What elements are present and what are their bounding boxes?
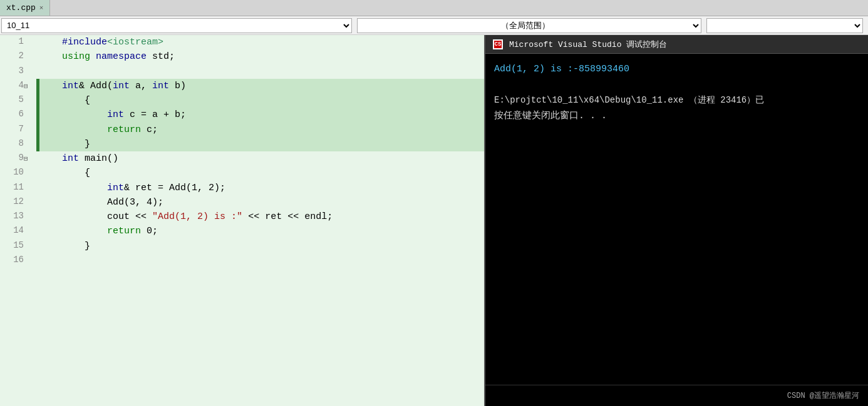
gutter-cell xyxy=(24,123,36,137)
gutter-cell xyxy=(24,195,36,210)
gutter-cell: ⊟ xyxy=(24,79,36,93)
code-content: } xyxy=(39,239,484,253)
code-content: } xyxy=(39,137,484,151)
code-editor[interactable]: 1 #include<iostream>2 using namespace st… xyxy=(0,35,485,406)
tab-bar: xt.cpp × xyxy=(0,0,868,16)
code-content xyxy=(39,253,484,268)
scope-dropdown-right[interactable] xyxy=(706,18,863,33)
gutter-cell: ⊟ xyxy=(24,151,36,166)
line-number: 12 xyxy=(0,195,24,210)
line-number: 1 xyxy=(0,35,24,49)
gutter-cell xyxy=(24,49,36,64)
tab-close-icon[interactable]: × xyxy=(39,4,44,12)
main-area: 1 #include<iostream>2 using namespace st… xyxy=(0,35,868,406)
scope-dropdown-left[interactable]: 10_11 xyxy=(1,18,352,33)
line-number: 8 xyxy=(0,137,24,151)
code-content xyxy=(39,64,484,79)
console-panel: CS Microsoft Visual Studio 调试控制台 Add(1, … xyxy=(485,35,868,406)
gutter-cell xyxy=(24,239,36,253)
gutter-cell xyxy=(24,35,36,49)
console-title: Microsoft Visual Studio 调试控制台 xyxy=(509,39,667,50)
code-content: int& ret = Add(1, 2); xyxy=(39,181,484,195)
code-content: Add(3, 4); xyxy=(39,195,484,210)
console-footer: CSDN @遥望浩瀚星河 xyxy=(485,385,868,406)
line-number: 10 xyxy=(0,166,24,180)
line-number: 13 xyxy=(0,210,24,224)
gutter-cell xyxy=(24,137,36,151)
gutter-cell xyxy=(24,166,36,180)
code-content: return 0; xyxy=(39,224,484,238)
code-content: #include<iostream> xyxy=(39,35,484,49)
tab-label: xt.cpp xyxy=(6,3,36,13)
gutter-cell xyxy=(24,181,36,195)
collapse-button[interactable]: ⊟ xyxy=(24,83,28,90)
console-output: Add(1, 2) is :-858993460 E:\projtct\10_1… xyxy=(485,54,868,385)
line-number: 4 xyxy=(0,79,24,93)
line-number: 5 xyxy=(0,93,24,108)
code-content: int& Add(int a, int b) xyxy=(39,79,484,93)
console-line: 按任意键关闭此窗口. . . xyxy=(494,108,859,124)
collapse-button[interactable]: ⊟ xyxy=(24,155,28,163)
gutter-cell xyxy=(24,253,36,268)
code-content: int c = a + b; xyxy=(39,108,484,122)
console-line: E:\projtct\10_11\x64\Debug\10_11.exe （进程… xyxy=(494,93,859,108)
line-number: 9 xyxy=(0,151,24,166)
line-number: 6 xyxy=(0,108,24,122)
file-tab[interactable]: xt.cpp × xyxy=(0,0,50,16)
console-line xyxy=(494,78,859,94)
gutter-cell xyxy=(24,224,36,238)
toolbar-row: 10_11 （全局范围） xyxy=(0,16,868,35)
code-content: int main() xyxy=(39,151,484,166)
line-number: 14 xyxy=(0,224,24,238)
line-number: 15 xyxy=(0,239,24,253)
line-number: 7 xyxy=(0,123,24,137)
line-number: 3 xyxy=(0,64,24,79)
vs-icon-box: CS xyxy=(493,39,503,49)
gutter-cell xyxy=(24,108,36,122)
gutter-cell xyxy=(24,64,36,79)
code-content: { xyxy=(39,93,484,108)
code-table: 1 #include<iostream>2 using namespace st… xyxy=(0,35,484,268)
gutter-cell xyxy=(24,210,36,224)
line-number: 2 xyxy=(0,49,24,64)
code-content: using namespace std; xyxy=(39,49,484,64)
vs-icon: CS xyxy=(492,38,504,51)
scope-dropdown-center[interactable]: （全局范围） xyxy=(357,18,701,33)
line-number: 16 xyxy=(0,253,24,268)
code-content: { xyxy=(39,166,484,180)
console-line: Add(1, 2) is :-858993460 xyxy=(494,61,859,78)
code-content: return c; xyxy=(39,123,484,137)
console-titlebar: CS Microsoft Visual Studio 调试控制台 xyxy=(485,35,868,54)
line-number: 11 xyxy=(0,181,24,195)
gutter-cell xyxy=(24,93,36,108)
code-content: cout << "Add(1, 2) is :" << ret << endl; xyxy=(39,210,484,224)
